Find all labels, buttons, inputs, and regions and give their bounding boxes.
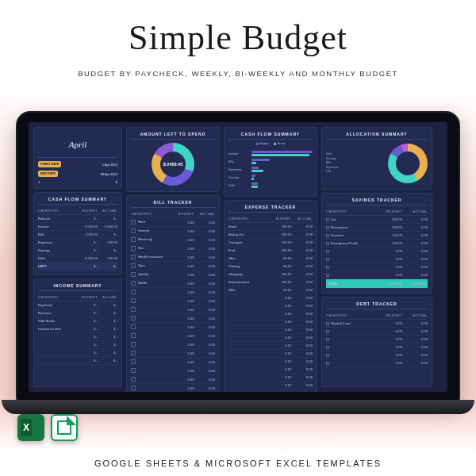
table-row[interactable]: 0.000.00 [326,271,428,279]
table-row[interactable]: 0.000.00 [131,288,215,297]
income-summary-panel: INCOME SUMMARY CATEGORY BUDGET ACTUAL Pa… [33,278,122,387]
table-row[interactable]: 0.000.00 [131,384,215,392]
col-budget: BUDGET [271,217,292,221]
table-row[interactable]: 0.000.00 [131,323,215,332]
table-row[interactable]: Income3,500.003,500.00 [38,223,117,231]
table-row[interactable]: $ -$ - [38,349,117,357]
table-row[interactable]: 0.000.00 [131,332,215,340]
month-panel: April START DATE 1 Apr 2024 END DATE 30 … [33,127,122,189]
dashboard-screen: April START DATE 1 Apr 2024 END DATE 30 … [29,122,447,392]
table-row[interactable]: Paycheck$ -$ - [38,301,117,309]
table-row[interactable]: Rent0.000.00 [131,218,215,227]
table-row[interactable]: 0.000.00 [228,358,313,366]
table-row[interactable]: Eating Out200.000.00 [228,231,313,239]
savings-total-actual: $ 300.00 [401,282,426,286]
table-row[interactable]: 0.000.00 [131,305,215,314]
col-actual: ACTUAL [402,209,428,213]
table-row[interactable]: 0.000.00 [326,351,428,359]
table-row[interactable]: Fuel100.000.00 [228,247,313,255]
table-row[interactable]: Gas0.000.00 [131,244,215,253]
table-row[interactable]: 0.000.00 [228,294,313,302]
table-row[interactable]: 0.000.00 [228,310,313,318]
start-date-value[interactable]: 1 Apr 2024 [63,163,117,167]
table-row[interactable]: 0.000.00 [326,336,428,344]
table-row[interactable]: 0.000.00 [228,374,313,382]
table-row[interactable]: Savings$ -$ - [38,247,117,255]
expense-tracker-title: EXPENSE TRACKER [228,205,313,213]
table-row[interactable]: 0.000.00 [131,340,215,349]
savings-tracker-panel: SAVINGS TRACKER CATEGORY BUDGET ACTUAL C… [321,193,432,294]
table-row[interactable]: Food500.000.00 [228,223,313,231]
table-row[interactable]: Side Hustle$ -$ - [38,317,117,325]
table-row[interactable]: 0.000.00 [326,263,428,271]
table-row[interactable]: 0.000.00 [228,350,313,358]
bar-row: Savings [228,175,313,180]
table-row[interactable]: $ -$ - [38,333,117,341]
table-row[interactable]: 0.000.00 [326,255,428,263]
amount-left-panel: AMOUNT LEFT TO SPEND $ 2400.45 [126,127,220,192]
table-row[interactable]: Uber50.000.00 [228,255,313,263]
table-row[interactable]: 0.000.00 [228,326,313,334]
table-row[interactable]: 0.000.00 [228,342,313,350]
expense-tracker-panel: EXPENSE TRACKER CATEGORY BUDGET ACTUAL F… [224,200,317,392]
table-row[interactable]: 0.000.00 [326,248,428,255]
end-date-value[interactable]: 30 Apr 2024 [60,172,117,176]
table-row[interactable]: 0.000.00 [228,382,313,390]
col-actual: ACTUAL [98,295,117,299]
col-budget: BUDGET [78,209,98,213]
table-row[interactable]: Health Insurance0.000.00 [131,253,215,262]
col-category: CATEGORY [38,209,78,213]
table-row[interactable]: Gym0.000.00 [131,262,215,271]
left-actual: $ - [98,264,117,268]
table-row[interactable]: Netflix0.000.00 [131,279,215,288]
cashflow-summary-title: CASH FLOW SUMMARY [38,197,117,205]
table-row[interactable]: $ -$ - [38,341,117,349]
table-row[interactable]: Gifts50.000.00 [228,286,313,294]
table-row[interactable]: Emergency Funds100.000.00 [326,240,428,248]
table-row[interactable]: Shopping200.000.00 [228,271,313,278]
table-row[interactable]: 0.000.00 [228,318,313,326]
table-row[interactable]: Car300.000.00 [326,216,428,224]
table-row[interactable]: 0.000.00 [131,297,215,305]
bar-row: Debt [228,182,313,188]
debt-tracker-panel: DEBT TRACKER CATEGORY BUDGET ACTUAL Stud… [321,297,432,387]
col-budget: BUDGET [173,212,194,216]
table-row[interactable]: 0.000.00 [228,366,313,374]
table-row[interactable]: Entertainment100.000.00 [228,278,313,286]
table-row[interactable]: $ -$ - [38,357,117,365]
table-row[interactable]: 0.000.00 [326,328,428,336]
table-row[interactable]: Student Loan0.000.00 [326,320,428,328]
table-row[interactable]: Interest Income$ -$ - [38,325,117,333]
table-row[interactable]: Spotify0.000.00 [131,271,215,279]
table-row[interactable]: 0.000.00 [131,314,215,323]
cashflow-chart-panel: CASH FLOW SUMMARY Budget Actual IncomeBi… [224,127,317,197]
rollover-value[interactable]: $ [42,180,117,184]
table-row[interactable]: Internet0.000.00 [131,227,215,236]
table-row[interactable]: Bills1,000.04$ - [38,231,117,239]
savings-tracker-title: SAVINGS TRACKER [326,198,428,205]
table-row[interactable]: 0.000.00 [326,359,428,367]
table-row[interactable]: Expenses$ -230.00 [38,239,117,247]
cashflow-chart-legend: Budget Actual [228,142,313,145]
table-row[interactable]: Business$ -$ - [38,309,117,317]
table-row[interactable]: Transport150.000.00 [228,239,313,247]
col-category: CATEGORY [326,313,377,317]
table-row[interactable]: 0.000.00 [228,334,313,342]
table-row[interactable]: Vacation150.000.00 [326,232,428,240]
table-row[interactable]: Electricity0.000.00 [131,236,215,244]
table-row[interactable]: 0.000.00 [228,302,313,310]
table-row[interactable]: 0.000.00 [326,344,428,351]
month-label: April [38,132,117,158]
table-row[interactable]: 0.000.00 [131,367,215,375]
table-row[interactable]: 0.000.00 [131,349,215,358]
table-row[interactable]: Renovation200.000.00 [326,224,428,232]
allocation-panel: ALLOCATION SUMMARY Debt Savings Bills Ex… [321,127,432,190]
table-row[interactable]: Rollover$ -$ - [38,215,117,223]
amount-left-value: $ 2400.45 [160,152,186,177]
table-row[interactable]: Debt$ 200.00200.00 [38,255,117,263]
table-row[interactable]: Parking30.000.00 [228,263,313,271]
footer-text: GOOGLE SHEETS & MICROSOFT EXCEL TEMPLATE… [0,459,476,468]
table-row[interactable]: 0.000.00 [131,375,215,384]
col-actual: ACTUAL [402,313,428,317]
table-row[interactable]: 0.000.00 [131,358,215,367]
